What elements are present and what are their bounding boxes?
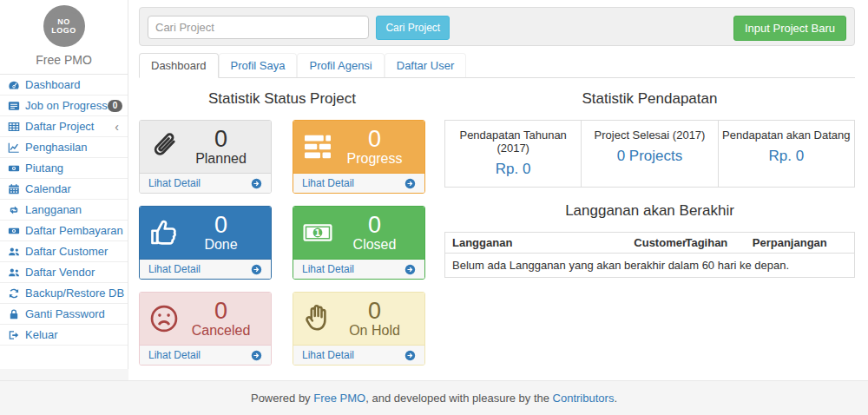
lihat-detail-link[interactable]: Lihat Detail bbox=[293, 173, 424, 193]
sidebar-item-daftar-customer[interactable]: Daftar Customer bbox=[0, 241, 128, 262]
income-stat-pendapatan-tahunan-2017: Pendapatan Tahunan (2017) Rp. 0 bbox=[445, 121, 582, 187]
progress-bars-icon bbox=[302, 131, 333, 162]
page-footer: Powered by Free PMO, and developed with … bbox=[0, 380, 868, 415]
status-card-canceled: 0 Canceled Lihat Detail bbox=[139, 292, 272, 366]
status-card-closed: 1 0 Closed Lihat Detail bbox=[293, 206, 425, 280]
money-bill-icon: 1 bbox=[302, 217, 333, 248]
tasks-list-icon bbox=[7, 100, 21, 112]
subscription-table-header: Langganan Customer Tagihan Perpanjangan bbox=[445, 233, 854, 254]
status-label: Closed bbox=[333, 237, 416, 253]
sidebar-item-backup-restore-db[interactable]: Backup/Restore DB bbox=[0, 283, 128, 304]
status-count: 0 bbox=[333, 299, 416, 323]
arrow-circle-right-icon bbox=[404, 264, 416, 275]
sidebar-item-piutang[interactable]: Piutang bbox=[0, 158, 128, 179]
refresh-icon bbox=[7, 287, 21, 300]
sidebar-item-ganti-password[interactable]: Ganti Password bbox=[0, 304, 128, 325]
income-stat-project-selesai-2017: Project Selesai (2017) 0 Projects bbox=[582, 121, 718, 187]
count-badge: 0 bbox=[108, 100, 123, 112]
sidebar-item-daftar-project[interactable]: Daftar Project ‹ bbox=[0, 116, 128, 137]
search-button[interactable]: Cari Project bbox=[376, 16, 450, 40]
svg-text:1: 1 bbox=[315, 228, 321, 238]
status-label: On Hold bbox=[333, 323, 416, 339]
status-section-title: Statistik Status Project bbox=[139, 90, 425, 108]
sidebar: NO LOGO Free PMO Dashboard Job on Progre… bbox=[0, 0, 128, 380]
arrow-circle-right-icon bbox=[404, 350, 416, 361]
lihat-detail-link[interactable]: Lihat Detail bbox=[140, 345, 271, 365]
sidebar-item-daftar-pembayaran[interactable]: Daftar Pembayaran bbox=[0, 221, 128, 241]
tab-bar: Dashboard Profil Saya Profil Agensi Daft… bbox=[139, 53, 855, 78]
frown-icon bbox=[148, 303, 180, 334]
paperclip-icon bbox=[148, 131, 180, 162]
retweet-icon bbox=[7, 204, 21, 216]
status-label: Progress bbox=[333, 151, 416, 167]
status-count: 0 bbox=[180, 127, 262, 151]
lihat-detail-link[interactable]: Lihat Detail bbox=[293, 259, 424, 279]
calendar-icon bbox=[7, 183, 21, 195]
free-pmo-link[interactable]: Free PMO bbox=[313, 392, 365, 405]
sidebar-item-job-on-progress[interactable]: Job on Progress 0 bbox=[0, 96, 128, 116]
new-project-button[interactable]: Input Project Baru bbox=[733, 16, 846, 41]
brand: NO LOGO Free PMO bbox=[0, 0, 128, 75]
contributors-link[interactable]: Contributors bbox=[553, 392, 615, 405]
status-card-on-hold: 0 On Hold Lihat Detail bbox=[293, 292, 425, 366]
column-header-tagihan: Tagihan bbox=[685, 236, 752, 249]
status-count: 0 bbox=[333, 127, 416, 151]
sidebar-item-calendar[interactable]: Calendar bbox=[0, 179, 128, 200]
tab-daftar-user: Daftar User bbox=[385, 53, 466, 78]
income-column: Statistik Pendapatan Pendapatan Tahunan … bbox=[444, 90, 855, 366]
column-header-langganan: Langganan bbox=[452, 236, 634, 249]
lock-icon bbox=[7, 308, 21, 320]
sidebar-menu: Dashboard Job on Progress 0 Daftar Proje… bbox=[0, 75, 128, 346]
lihat-detail-link[interactable]: Lihat Detail bbox=[140, 259, 271, 279]
income-stats: Pendapatan Tahunan (2017) Rp. 0 Project … bbox=[444, 120, 855, 188]
arrow-circle-right-icon bbox=[404, 178, 416, 189]
arrow-circle-right-icon bbox=[251, 350, 262, 361]
users-icon bbox=[7, 267, 21, 279]
income-section-title: Statistik Pendapatan bbox=[444, 90, 855, 108]
status-count: 0 bbox=[333, 213, 416, 237]
sidebar-item-langganan[interactable]: Langganan bbox=[0, 200, 128, 221]
tab-profil-agensi: Profil Agensi bbox=[297, 53, 384, 78]
sidebar-item-dashboard[interactable]: Dashboard bbox=[0, 75, 128, 96]
status-cards: 0 Planned Lihat Detail bbox=[139, 120, 425, 366]
subscription-section-title: Langganan akan Berakhir bbox=[444, 202, 855, 220]
status-column: Statistik Status Project 0 Planned L bbox=[139, 90, 425, 366]
subscription-table: Langganan Customer Tagihan Perpanjangan … bbox=[444, 232, 855, 278]
app-name: Free PMO bbox=[0, 53, 128, 67]
status-card-done: 0 Done Lihat Detail bbox=[139, 206, 272, 280]
dashboard-icon bbox=[7, 79, 21, 91]
status-label: Planned bbox=[180, 151, 262, 167]
lihat-detail-link[interactable]: Lihat Detail bbox=[293, 345, 424, 365]
money-icon bbox=[7, 225, 21, 237]
dashboard-content: Statistik Status Project 0 Planned L bbox=[139, 90, 855, 366]
search-input[interactable] bbox=[148, 16, 369, 39]
sidebar-item-daftar-vendor[interactable]: Daftar Vendor bbox=[0, 262, 128, 283]
angle-left-icon: ‹ bbox=[115, 122, 121, 132]
tab-profil-saya: Profil Saya bbox=[219, 53, 298, 78]
column-header-customer: Customer bbox=[634, 236, 685, 249]
sidebar-item-penghasilan[interactable]: Penghasilan bbox=[0, 137, 128, 158]
table-icon bbox=[7, 121, 21, 133]
status-count: 0 bbox=[180, 213, 262, 237]
hand-stop-icon bbox=[302, 303, 333, 334]
money-icon bbox=[7, 162, 21, 175]
income-stat-pendapatan-akan-datang: Pendapatan akan Datang Rp. 0 bbox=[719, 121, 854, 187]
search-panel: Cari Project Input Project Baru bbox=[139, 7, 855, 46]
arrow-circle-right-icon bbox=[251, 264, 262, 275]
tab-dashboard: Dashboard bbox=[139, 53, 219, 78]
lihat-detail-link[interactable]: Lihat Detail bbox=[140, 173, 271, 193]
main-panel: Cari Project Input Project Baru Dashboar… bbox=[128, 0, 868, 380]
status-label: Canceled bbox=[180, 323, 262, 339]
users-icon bbox=[7, 246, 21, 258]
status-label: Done bbox=[180, 237, 262, 253]
empty-message: Belum ada Langganan yang akan berakhir d… bbox=[445, 254, 854, 277]
no-logo-badge: NO LOGO bbox=[43, 5, 85, 47]
status-card-planned: 0 Planned Lihat Detail bbox=[139, 120, 272, 194]
sidebar-item-keluar[interactable]: Keluar bbox=[0, 325, 128, 346]
status-count: 0 bbox=[180, 299, 262, 323]
status-card-progress: 0 Progress Lihat Detail bbox=[293, 120, 425, 194]
thumbs-up-icon bbox=[148, 217, 180, 248]
sign-out-icon bbox=[7, 329, 21, 341]
column-header-perpanjangan: Perpanjangan bbox=[753, 236, 827, 249]
arrow-circle-right-icon bbox=[251, 178, 262, 189]
